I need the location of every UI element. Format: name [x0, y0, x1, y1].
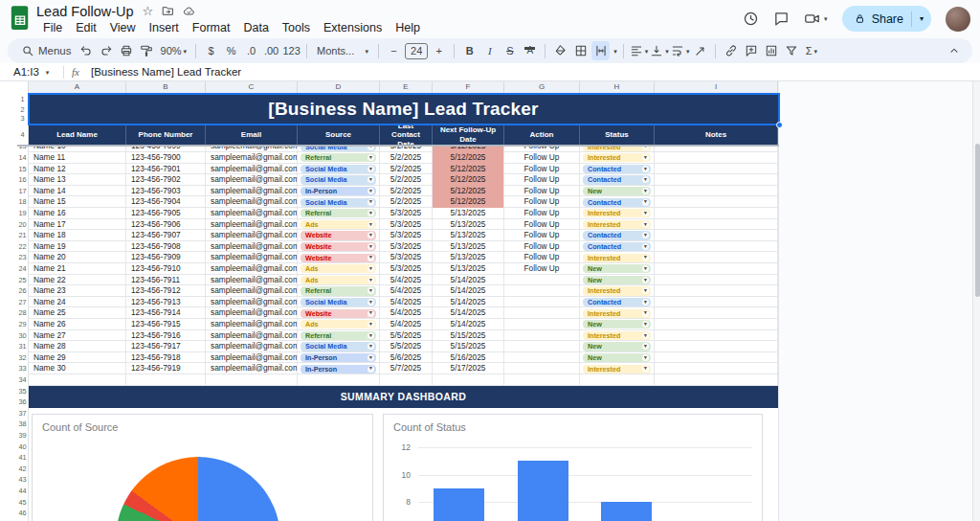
cell-status[interactable]: Interested▾ — [580, 330, 655, 342]
cell-name[interactable]: Name 21 — [29, 263, 126, 275]
row-header-35[interactable]: 35 — [17, 386, 28, 397]
meet-button[interactable]: ▾ — [804, 11, 828, 27]
cell-phone[interactable]: 123-456-7905 — [126, 208, 206, 219]
account-avatar[interactable] — [946, 7, 970, 32]
horizontal-align-button[interactable]: ▾ — [630, 41, 649, 60]
summary-banner-cell[interactable]: SUMMARY DASHBOARD — [29, 386, 778, 408]
dropdown-chip-source[interactable]: In-Person▾ — [301, 365, 376, 374]
dropdown-chip-source[interactable]: Ads▾ — [301, 320, 376, 328]
cell-next_followup[interactable]: 5/15/2025 — [433, 341, 504, 352]
cell-email[interactable]: sampleemail@gmail.com — [206, 330, 298, 342]
dropdown-chip-status[interactable]: New▾ — [583, 353, 651, 362]
cell-notes[interactable] — [655, 208, 778, 219]
menu-help[interactable]: Help — [389, 20, 427, 35]
cell-action[interactable] — [504, 341, 580, 352]
cell-notes[interactable] — [655, 319, 778, 330]
share-button[interactable]: Share ▾ — [842, 6, 931, 32]
cell-email[interactable]: sampleemail@gmail.com — [206, 352, 298, 364]
dropdown-chip-status[interactable]: Contacted▾ — [583, 242, 651, 251]
cell-phone[interactable]: 123-456-7915 — [126, 319, 206, 330]
cell-status[interactable]: Interested▾ — [580, 363, 655, 374]
dropdown-chip-status[interactable]: Interested▾ — [583, 365, 651, 374]
cell-source[interactable]: Website▾ — [298, 252, 380, 263]
cell-last_contact[interactable]: 5/4/2025 — [380, 307, 433, 319]
row-header-15[interactable]: 15 — [17, 164, 28, 175]
menu-edit[interactable]: Edit — [69, 20, 103, 35]
cell-phone[interactable]: 123-456-7907 — [126, 230, 206, 241]
cell-name[interactable]: Name 24 — [29, 297, 126, 308]
cell-next_followup[interactable]: 5/13/2025 — [433, 230, 504, 241]
column-header-H[interactable]: H — [580, 81, 655, 93]
cell-action[interactable]: Follow Up — [504, 186, 580, 197]
font-size-input[interactable]: 24 — [405, 43, 428, 59]
column-header-B[interactable]: B — [126, 81, 206, 93]
cell-email[interactable]: sampleemail@gmail.com — [206, 275, 298, 286]
cell-email[interactable]: sampleemail@gmail.com — [206, 186, 298, 197]
dropdown-chip-source[interactable]: Social Media▾ — [301, 175, 376, 184]
hide-toolbar-button[interactable] — [945, 41, 963, 60]
move-folder-icon[interactable] — [162, 5, 174, 17]
zoom-select[interactable]: 90%▾ — [158, 41, 190, 60]
cell-name[interactable]: Name 12 — [29, 164, 126, 175]
cell-action[interactable]: Follow Up — [504, 174, 580, 186]
row-header-16[interactable]: 16 — [17, 174, 28, 186]
cell-status[interactable]: Interested▾ — [580, 307, 655, 319]
cell-name[interactable]: Name 15 — [29, 196, 126, 208]
cell-last_contact[interactable]: 5/3/2025 — [380, 208, 433, 219]
dropdown-chip-status[interactable]: Contacted▾ — [583, 175, 651, 184]
dropdown-chip-source[interactable]: Website▾ — [301, 231, 376, 239]
text-wrap-button[interactable]: ▾ — [671, 41, 690, 60]
cell-notes[interactable] — [655, 330, 778, 342]
dropdown-chip-source[interactable]: Referral▾ — [301, 153, 376, 162]
column-header-A[interactable]: A — [29, 81, 126, 93]
cell-notes[interactable] — [655, 263, 778, 275]
scrollbar-thumb[interactable] — [975, 144, 980, 297]
cell-next_followup[interactable]: 5/12/2025 — [433, 196, 504, 208]
menu-view[interactable]: View — [103, 20, 143, 35]
cell-next_followup[interactable]: 5/17/2025 — [433, 363, 504, 374]
cell-action[interactable] — [504, 363, 580, 374]
cell-status[interactable]: New▾ — [580, 275, 655, 286]
cell-source[interactable]: Social Media▾ — [298, 174, 380, 186]
cell-status[interactable]: Contacted▾ — [580, 174, 655, 186]
row-header-14[interactable]: 14 — [17, 152, 28, 164]
row-header-21[interactable]: 21 — [17, 230, 28, 241]
cell-phone[interactable]: 123-456-7918 — [126, 352, 206, 364]
cell-name[interactable]: Name 27 — [29, 330, 126, 342]
cell-name[interactable]: Name 25 — [29, 307, 126, 319]
cell-next_followup[interactable]: 5/14/2025 — [433, 307, 504, 319]
cell-email[interactable]: sampleemail@gmail.com — [206, 208, 298, 219]
cell-notes[interactable] — [655, 341, 778, 352]
redo-button[interactable] — [98, 41, 116, 60]
row-header-22[interactable]: 22 — [17, 241, 28, 253]
cell-next_followup[interactable]: 5/16/2025 — [433, 352, 504, 364]
cell-source[interactable]: Social Media▾ — [298, 196, 380, 208]
fill-color-button[interactable] — [551, 41, 569, 60]
dropdown-chip-source[interactable]: In-Person▾ — [301, 353, 376, 362]
cell-action[interactable]: Follow Up — [504, 241, 580, 253]
chevron-down-icon[interactable]: ▾ — [613, 48, 617, 55]
cell-name[interactable]: Name 29 — [29, 352, 126, 364]
cell-name[interactable]: Name 30 — [29, 363, 126, 374]
star-icon[interactable]: ☆ — [143, 5, 154, 17]
cell-action[interactable]: Follow Up — [504, 196, 580, 208]
column-header-F[interactable]: F — [433, 81, 504, 93]
cell-status[interactable] — [580, 374, 655, 386]
cell-status[interactable]: Contacted▾ — [580, 230, 655, 241]
cell-phone[interactable]: 123-456-7916 — [126, 330, 206, 342]
cell-last_contact[interactable]: 5/3/2025 — [380, 241, 433, 253]
cell-action[interactable]: Follow Up — [504, 263, 580, 275]
dropdown-chip-status[interactable]: Interested▾ — [583, 309, 651, 318]
cell-status[interactable]: Contacted▾ — [580, 241, 655, 253]
dropdown-chip-status[interactable]: New▾ — [583, 342, 651, 351]
cell-status[interactable]: New▾ — [580, 352, 655, 364]
cell-email[interactable]: sampleemail@gmail.com — [206, 297, 298, 308]
dropdown-chip-status[interactable]: Interested▾ — [583, 209, 651, 217]
cell-notes[interactable] — [655, 186, 778, 197]
cell-notes[interactable] — [655, 352, 778, 364]
sheets-logo-icon[interactable] — [10, 5, 31, 32]
dropdown-chip-status[interactable]: Interested▾ — [583, 254, 651, 262]
merge-cells-button[interactable] — [591, 41, 610, 60]
cell-notes[interactable] — [655, 285, 778, 297]
cell-notes[interactable] — [655, 164, 778, 175]
